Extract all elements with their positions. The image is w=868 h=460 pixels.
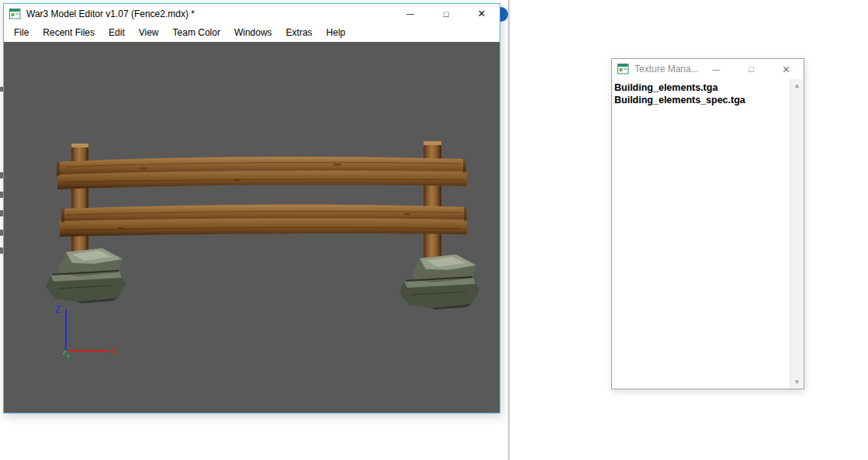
axis-gizmo: Z X Y xyxy=(55,304,117,361)
minimize-button[interactable]: — xyxy=(699,59,734,79)
close-button[interactable]: ✕ xyxy=(769,59,804,79)
window-title: War3 Model Editor v1.07 (Fence2.mdx) * xyxy=(26,9,195,19)
app-icon[interactable] xyxy=(9,9,21,19)
axis-y-label: Y xyxy=(66,353,71,361)
minimize-button[interactable]: — xyxy=(393,4,428,23)
maximize-button[interactable]: □ xyxy=(428,4,464,23)
texture-list-item[interactable]: Building_elements_spec.tga xyxy=(614,94,790,106)
scrollbar-track[interactable] xyxy=(790,92,804,375)
menu-windows[interactable]: Windows xyxy=(227,24,279,41)
viewport[interactable]: Z X Y xyxy=(4,42,500,413)
titlebar[interactable]: Texture Mana... — □ ✕ xyxy=(612,59,804,79)
axis-z-label: Z xyxy=(55,304,61,315)
scrollbar[interactable]: ▲ ▼ xyxy=(790,79,804,389)
close-button[interactable]: ✕ xyxy=(464,4,500,23)
window-controls: — □ ✕ xyxy=(393,4,500,23)
texture-list: Building_elements.tga Building_elements_… xyxy=(612,79,790,389)
texture-list-item[interactable]: Building_elements.tga xyxy=(614,81,790,94)
texture-list-panel: Building_elements.tga Building_elements_… xyxy=(612,79,804,389)
scroll-down-icon[interactable]: ▼ xyxy=(790,375,804,389)
axis-x-label: X xyxy=(111,346,117,357)
texture-manager-window: Texture Mana... — □ ✕ Building_elements.… xyxy=(611,58,804,389)
window-controls: — □ ✕ xyxy=(699,59,804,79)
window-divider xyxy=(508,0,510,460)
window-title: Texture Mana... xyxy=(635,64,699,74)
menu-view[interactable]: View xyxy=(132,24,166,41)
menu-help[interactable]: Help xyxy=(320,24,353,41)
model-editor-window: War3 Model Editor v1.07 (Fence2.mdx) * —… xyxy=(3,3,500,413)
scroll-up-icon[interactable]: ▲ xyxy=(790,79,804,92)
menubar: File Recent Files Edit View Team Color W… xyxy=(4,23,500,42)
menu-team-color[interactable]: Team Color xyxy=(166,24,227,41)
stone-base-left xyxy=(46,248,126,303)
stone-base-right xyxy=(399,254,479,310)
fence-rails xyxy=(57,157,467,237)
maximize-button[interactable]: □ xyxy=(734,59,769,79)
titlebar[interactable]: War3 Model Editor v1.07 (Fence2.mdx) * —… xyxy=(4,4,500,23)
menu-recent-files[interactable]: Recent Files xyxy=(36,24,102,41)
fence-model xyxy=(46,141,479,310)
menu-file[interactable]: File xyxy=(7,24,36,41)
app-icon[interactable] xyxy=(617,64,629,74)
menu-extras[interactable]: Extras xyxy=(279,24,320,41)
menu-edit[interactable]: Edit xyxy=(102,24,132,41)
